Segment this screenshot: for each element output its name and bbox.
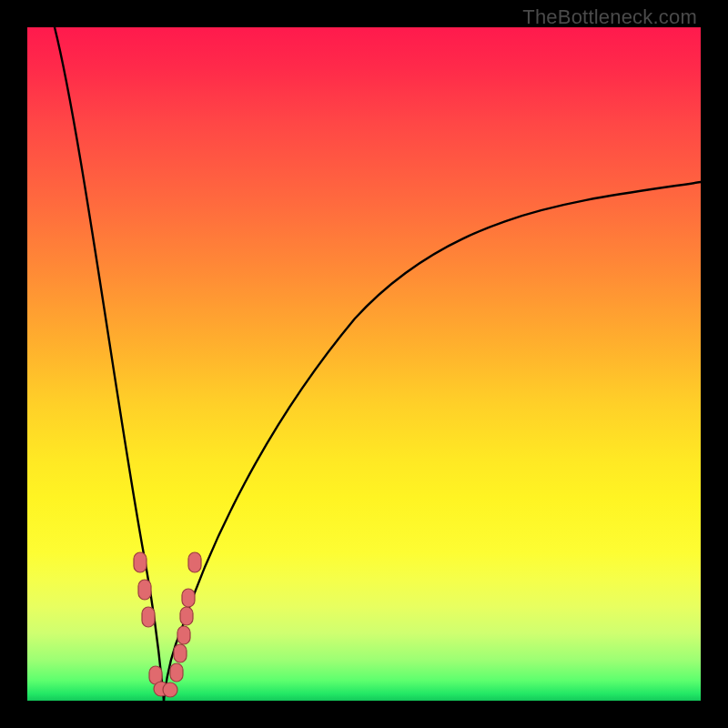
marker-dot xyxy=(142,607,155,627)
outer-frame: TheBottleneck.com xyxy=(0,0,728,728)
marker-dot xyxy=(163,682,177,697)
curve-right-branch xyxy=(164,182,701,701)
marker-dot xyxy=(177,626,190,644)
marker-dot xyxy=(138,580,151,600)
marker-dot xyxy=(188,552,201,572)
marker-dot xyxy=(174,644,187,662)
marker-dot xyxy=(180,607,193,625)
marker-dot xyxy=(134,552,147,572)
watermark-text: TheBottleneck.com xyxy=(522,5,697,29)
marker-dot xyxy=(170,663,183,682)
marker-dot xyxy=(182,589,195,607)
chart-svg xyxy=(27,27,701,701)
